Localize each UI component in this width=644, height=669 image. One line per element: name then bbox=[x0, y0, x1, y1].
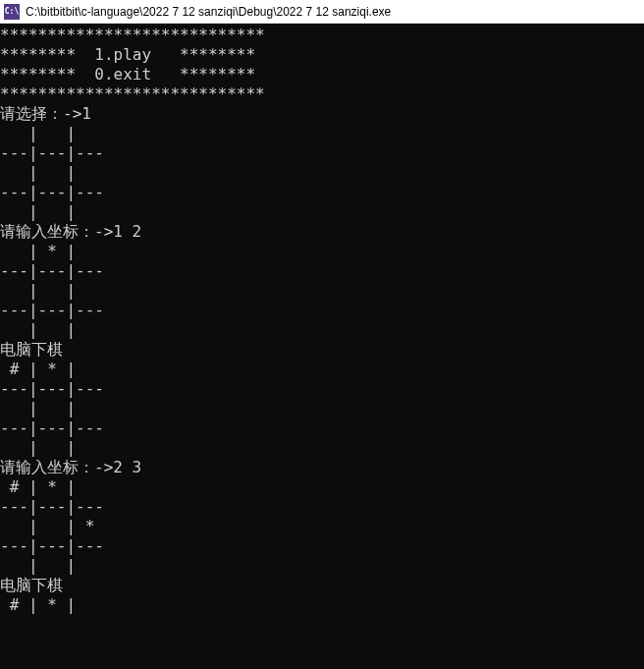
console-line: ---|---|--- bbox=[0, 418, 644, 438]
console-line: | | bbox=[0, 320, 644, 340]
console-line: ---|---|--- bbox=[0, 261, 644, 281]
console-line: ---|---|--- bbox=[0, 143, 644, 163]
console-line: | | bbox=[0, 202, 644, 222]
console-line: 请选择：->1 bbox=[0, 104, 644, 124]
console-line: 电脑下棋 bbox=[0, 340, 644, 360]
console-line: ---|---|--- bbox=[0, 379, 644, 399]
console-line: | | bbox=[0, 556, 644, 576]
console-line: | | bbox=[0, 438, 644, 458]
console-line: ******** 0.exit ******** bbox=[0, 65, 644, 84]
console-line: ---|---|--- bbox=[0, 301, 644, 320]
console-line: ******** 1.play ******** bbox=[0, 45, 644, 65]
console-line: ---|---|--- bbox=[0, 183, 644, 202]
console-line: **************************** bbox=[0, 26, 644, 45]
console-line: 请输入坐标：->1 2 bbox=[0, 222, 644, 242]
console-line: # | * | bbox=[0, 477, 644, 497]
console-line: # | * | bbox=[0, 595, 644, 615]
console-output[interactable]: ************************************ 1.p… bbox=[0, 24, 644, 669]
console-line: # | * | bbox=[0, 360, 644, 379]
window-title: C:\bitbitbit\c-language\2022 7 12 sanziq… bbox=[26, 5, 391, 19]
console-line: ---|---|--- bbox=[0, 536, 644, 556]
console-line: | | bbox=[0, 399, 644, 418]
console-line: 请输入坐标：->2 3 bbox=[0, 458, 644, 477]
console-line: | | bbox=[0, 281, 644, 301]
app-icon: C:\ bbox=[4, 4, 20, 20]
console-window: C:\ C:\bitbitbit\c-language\2022 7 12 sa… bbox=[0, 0, 644, 669]
console-line: | | bbox=[0, 163, 644, 183]
title-bar[interactable]: C:\ C:\bitbitbit\c-language\2022 7 12 sa… bbox=[0, 0, 644, 24]
console-line: | | * bbox=[0, 517, 644, 536]
console-line: **************************** bbox=[0, 84, 644, 104]
console-line: | * | bbox=[0, 242, 644, 261]
console-line: 电脑下棋 bbox=[0, 576, 644, 595]
console-line: | | bbox=[0, 124, 644, 143]
console-line: ---|---|--- bbox=[0, 497, 644, 517]
